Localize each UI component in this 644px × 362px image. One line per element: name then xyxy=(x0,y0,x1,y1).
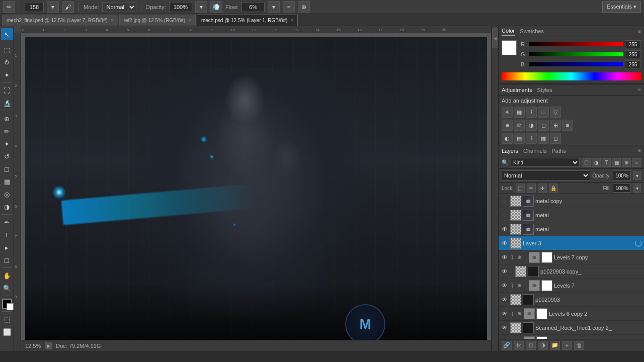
mode-select[interactable]: Normal Multiply Screen Overlay xyxy=(102,2,136,12)
adj-posterize[interactable]: ▤ xyxy=(514,133,525,144)
adj-brightness[interactable]: ☀ xyxy=(502,107,513,118)
layer-kind-select[interactable]: Kind Name Effect Mode xyxy=(511,158,580,167)
filter-pixel[interactable]: ☐ xyxy=(582,158,591,167)
eraser-tool[interactable]: ◻ xyxy=(1,163,13,175)
r-slider[interactable] xyxy=(529,42,623,46)
airbrush-icon[interactable]: 💨 xyxy=(210,1,222,13)
brush-size-input[interactable]: 158 xyxy=(25,2,44,12)
zoom-tool[interactable]: 🔍 xyxy=(1,282,13,294)
quick-mask-btn[interactable]: ⬚ xyxy=(1,313,13,325)
layer-metal-visible[interactable]: 👁 🤖 metal xyxy=(499,222,644,236)
filter-adj[interactable]: ◑ xyxy=(592,158,601,167)
marquee-tool[interactable]: ⬚ xyxy=(1,44,13,56)
foreground-color[interactable] xyxy=(2,299,12,309)
new-layer-btn[interactable]: + xyxy=(562,341,572,350)
fill-value[interactable]: 100% xyxy=(613,184,631,193)
opacity-value[interactable]: 100% xyxy=(613,170,631,180)
tab-ref2-close[interactable]: × xyxy=(188,18,191,23)
brush-options-icon[interactable]: ▾ xyxy=(47,1,59,13)
eye-layer-3[interactable]: 👁 xyxy=(501,239,509,247)
adj-threshold[interactable]: ⌇ xyxy=(526,133,537,144)
new-group-btn[interactable]: 📁 xyxy=(550,341,560,350)
layer-rock-tiled[interactable]: 👁 Scanned_Rock_Tiled1 copy 2_ xyxy=(499,321,644,335)
tab-styles[interactable]: Styles xyxy=(537,87,552,93)
tab-swatches[interactable]: Swatches xyxy=(520,28,544,35)
layer-p1020903copy[interactable]: 👁 p1020903 copy_ xyxy=(499,264,644,279)
tab-color[interactable]: Color xyxy=(502,28,515,36)
layer-p1020903[interactable]: 👁 p1020903 xyxy=(499,293,644,307)
adj-selectivecolor[interactable]: ◻ xyxy=(550,133,561,144)
collapse-button[interactable]: ◀ xyxy=(492,28,498,48)
eye-metal-hidden[interactable]: ○ xyxy=(501,211,509,219)
layer-levels6copy2[interactable]: 👁 ⤵ ⊕ ▦ Levels 6 copy 2 xyxy=(499,307,644,321)
layer-levels7copy[interactable]: 👁 ⤵ ⊕ ▦ Levels 7 copy xyxy=(499,250,644,264)
magic-wand-tool[interactable]: ✦ xyxy=(1,69,13,81)
tab-ref2[interactable]: ref2.jpg @ 12.5% (RGB/8#) × xyxy=(119,15,196,26)
tab-mech2[interactable]: mech2_final.psd @ 12.5% (Layer 7, RGB/8#… xyxy=(2,15,118,26)
filter-shape[interactable]: ▦ xyxy=(612,158,621,167)
opacity-input[interactable]: 100% xyxy=(169,2,192,12)
history-brush-tool[interactable]: ↺ xyxy=(1,150,13,162)
fill-dropdown-arrow[interactable]: ▾ xyxy=(633,184,641,193)
eye-rock-tiled[interactable]: 👁 xyxy=(501,324,509,332)
adj-colorbalance[interactable]: ⚖ xyxy=(514,120,525,131)
opacity-dropdown-arrow[interactable]: ▾ xyxy=(633,171,641,180)
layer-3[interactable]: 👁 Layer 3 xyxy=(499,236,644,250)
extra-options-icon[interactable]: ⊕ xyxy=(298,1,310,13)
adj-channelmixer[interactable]: ⊞ xyxy=(550,120,561,131)
add-style-btn[interactable]: fx xyxy=(514,341,524,350)
adj-blackwhite[interactable]: ◑ xyxy=(526,120,537,131)
g-value[interactable]: 255 xyxy=(625,50,641,58)
layer-metal-copy[interactable]: ○ 🤖 metal copy xyxy=(499,194,644,208)
tab-adjustments[interactable]: Adjustments xyxy=(502,87,532,93)
layer-levels6copy[interactable]: 👁 ⤵ ⊕ ▦ Levels 6 copy xyxy=(499,335,644,339)
lock-artboard[interactable]: 🔒 xyxy=(549,184,558,193)
shape-tool[interactable]: ◻ xyxy=(1,254,13,266)
adj-photofilter[interactable]: ◻ xyxy=(538,120,549,131)
crop-tool[interactable]: ⛶ xyxy=(1,84,13,97)
adj-curves[interactable]: ⌇ xyxy=(526,107,537,118)
link-layers-btn[interactable]: 🔗 xyxy=(502,341,512,350)
adj-invert[interactable]: ◐ xyxy=(502,133,513,144)
brush-tool[interactable]: ✏ xyxy=(1,125,13,137)
essentials-button[interactable]: Essentials ▾ xyxy=(602,2,641,13)
eye-metal-copy[interactable]: ○ xyxy=(501,197,509,205)
flow-input[interactable]: 6% xyxy=(242,2,265,12)
pen-tool[interactable]: ✒ xyxy=(1,216,13,228)
eye-p1020903[interactable]: 👁 xyxy=(501,296,509,304)
brush-tool-icon[interactable]: ✏ xyxy=(3,1,15,13)
hand-tool[interactable]: ✋ xyxy=(1,269,13,282)
eye-metal-visible[interactable]: 👁 xyxy=(501,225,509,233)
healing-tool[interactable]: ⊕ xyxy=(1,113,13,125)
layer-metal-hidden[interactable]: ○ 🤖 metal xyxy=(499,208,644,222)
filter-toggle[interactable]: ○ xyxy=(632,158,641,167)
color-preview-swatch[interactable] xyxy=(502,40,517,55)
tab-paths[interactable]: Paths xyxy=(552,148,566,154)
canvas-viewport[interactable]: M 12.5% ▶ Doc: 79.2M/4.11G xyxy=(21,33,491,351)
r-value[interactable]: 255 xyxy=(625,40,641,48)
g-slider[interactable] xyxy=(529,52,623,56)
layers-panel-collapse[interactable]: ≡ xyxy=(638,148,641,153)
clone-stamp-tool[interactable]: ✦ xyxy=(1,138,13,150)
layer-levels7[interactable]: 👁 ⤵ ⊕ ▦ Levels 7 xyxy=(499,279,644,293)
blend-mode-select[interactable]: Normal Multiply Screen Overlay xyxy=(502,170,590,180)
filter-type[interactable]: T xyxy=(602,158,611,167)
adj-vibrance[interactable]: ▽ xyxy=(550,107,561,118)
gradient-tool[interactable]: ▦ xyxy=(1,175,13,188)
blur-tool[interactable]: ◎ xyxy=(1,188,13,200)
eyedropper-tool[interactable]: 🔬 xyxy=(1,97,13,109)
move-tool[interactable]: ↖ xyxy=(1,28,13,40)
tab-mech2-close[interactable]: × xyxy=(111,18,114,23)
adj-huesat[interactable]: ⊕ xyxy=(502,120,513,131)
screen-mode-btn[interactable]: ⬜ xyxy=(1,326,13,338)
play-button[interactable]: ▶ xyxy=(45,342,52,349)
tab-mech[interactable]: mech.psd @ 12.5% (Layer 1, RGB/8#) × xyxy=(197,15,298,26)
eye-levels7copy[interactable]: 👁 xyxy=(501,253,509,261)
flow-dropdown[interactable]: ▾ xyxy=(268,1,280,13)
background-color[interactable] xyxy=(7,303,14,310)
brush-preset-icon[interactable]: 🖌 xyxy=(62,1,74,13)
type-tool[interactable]: T xyxy=(1,229,13,241)
smoothing-icon[interactable]: ≈ xyxy=(283,1,295,13)
adj-colorlookup[interactable]: ≡ xyxy=(562,120,573,131)
dodge-tool[interactable]: ◑ xyxy=(1,201,13,213)
